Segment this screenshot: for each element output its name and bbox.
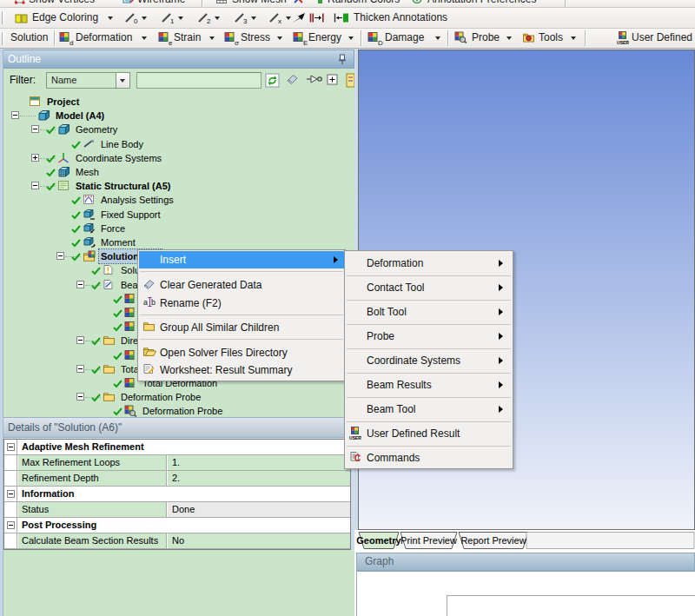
- tree-item-force[interactable]: Force: [0, 222, 354, 235]
- tree-item-moment[interactable]: Moment: [0, 235, 354, 249]
- toolbar-button-user-defined-res[interactable]: User Defined Res: [632, 29, 695, 47]
- tree-item-deformation-probe[interactable]: Deformation Probe: [0, 390, 354, 404]
- submenu-item-probe[interactable]: Probe: [346, 326, 512, 347]
- filter-mode-dropdown[interactable]: Name: [46, 72, 130, 89]
- chevron-down-icon[interactable]: [209, 36, 215, 40]
- toolbar-button-damage[interactable]: Damage: [385, 29, 424, 47]
- toolbar-button-deformation[interactable]: Deformation: [76, 29, 132, 47]
- tree-item-deformation-probe[interactable]: Deformation Probe: [0, 404, 354, 417]
- toolbar-button-probe[interactable]: Probe: [472, 29, 500, 47]
- context-menu-item-open-solver-files-directory[interactable]: Open Solver Files Directory: [139, 344, 344, 361]
- tree-expander-icon[interactable]: [76, 281, 84, 288]
- tree-item-analysis-settings[interactable]: Analysis Settings: [0, 193, 354, 207]
- submenu-item-beam-tool[interactable]: Beam Tool: [346, 399, 512, 420]
- tree-item-fixed-support[interactable]: Fixed Support: [0, 208, 354, 222]
- tree-item-label: Force: [101, 222, 125, 235]
- details-category-label: Post Processing: [18, 518, 350, 533]
- tree-item-line-body[interactable]: Line Body: [0, 137, 354, 151]
- submenu-item-bolt-tool[interactable]: Bolt Tool: [346, 301, 512, 322]
- submenu-item-deformation[interactable]: Deformation: [346, 253, 512, 274]
- context-menu-item-rename-f2[interactable]: abRename (F2): [139, 295, 344, 312]
- dropdown-button[interactable]: [116, 73, 129, 88]
- tree-item-geometry[interactable]: Geometry: [0, 123, 354, 136]
- chevron-down-icon[interactable]: [435, 36, 440, 40]
- force-icon: [83, 222, 96, 234]
- chevron-down-icon: [120, 79, 125, 83]
- toolbar-grip[interactable]: [2, 11, 4, 24]
- clear-filter-icon[interactable]: [286, 73, 301, 89]
- panel-resize-gutter[interactable]: [0, 50, 3, 616]
- tree-expander-icon[interactable]: [31, 182, 39, 189]
- tree-expander-icon[interactable]: [76, 365, 84, 373]
- tree-item-coordinate-systems[interactable]: Coordinate Systems: [0, 151, 354, 165]
- scoping-arrow-icon[interactable]: [292, 12, 307, 23]
- chevron-down-icon[interactable]: [348, 36, 354, 40]
- context-menu-item-insert[interactable]: Insert: [139, 251, 344, 268]
- tree-expander-icon[interactable]: [76, 336, 84, 344]
- submenu-item-contact-tool[interactable]: Contact Tool: [346, 277, 512, 298]
- chevron-down-icon[interactable]: [142, 17, 147, 20]
- details-property-value[interactable]: No: [168, 533, 350, 548]
- toolbar-grip[interactable]: [2, 32, 4, 45]
- tree-expander-icon[interactable]: [31, 154, 39, 162]
- toolbar-button-stress[interactable]: Stress: [241, 29, 270, 47]
- chevron-down-icon[interactable]: [215, 17, 220, 20]
- submenu-item-user-defined-result[interactable]: USERUser Defined Result: [346, 423, 512, 444]
- context-menu-item-worksheet-result-summary[interactable]: Worksheet: Result Summary: [139, 361, 344, 379]
- chevron-down-icon[interactable]: [571, 36, 576, 40]
- toolbar-button-random-colors[interactable]: Random Colors: [328, 0, 400, 8]
- context-menu-item-clear-generated-data[interactable]: Clear Generated Data: [139, 276, 344, 294]
- collapse-icon[interactable]: [7, 443, 15, 451]
- chevron-down-icon[interactable]: [506, 36, 512, 40]
- submenu-item-coordinate-systems[interactable]: Coordinate Systems: [346, 350, 512, 371]
- filter-text-input[interactable]: [136, 72, 261, 89]
- submenu-item-beam-results[interactable]: Beam Results: [346, 374, 512, 395]
- chevron-down-icon[interactable]: [251, 17, 256, 20]
- tree-item-label: Deformation Probe: [121, 390, 201, 404]
- toolbar-button-tools[interactable]: Tools: [539, 29, 563, 47]
- svg-text:a: a: [143, 298, 148, 307]
- result-probe-icon: [454, 31, 467, 43]
- context-menu-item-group-all-similar-children[interactable]: Group All Similar Children: [139, 319, 344, 336]
- toolbar-button-show-vertices[interactable]: Show Vertices: [29, 0, 95, 8]
- chevron-down-icon[interactable]: [286, 17, 291, 20]
- tree-expander-icon[interactable]: [11, 111, 19, 119]
- refresh-icon[interactable]: [265, 73, 281, 89]
- chevron-down-icon[interactable]: [277, 36, 282, 40]
- check-icon: [71, 239, 81, 248]
- toolbar-button-annotation-preferences[interactable]: Annotation Preferences: [427, 0, 536, 8]
- details-property-value[interactable]: Done: [168, 502, 350, 517]
- tree-item-mesh[interactable]: Mesh: [0, 165, 354, 179]
- chart-icon: [83, 194, 95, 205]
- tree-expander-icon[interactable]: [76, 393, 84, 401]
- tree-item-model-a4[interactable]: Model (A4): [0, 109, 354, 123]
- chevron-down-icon[interactable]: [108, 17, 113, 20]
- chevron-down-icon[interactable]: [178, 17, 183, 20]
- tree-expander-icon[interactable]: [31, 125, 39, 133]
- toolbar-button-edge-coloring[interactable]: Edge Coloring: [32, 8, 98, 27]
- tree-expander-icon[interactable]: [56, 252, 64, 260]
- pen-subscript: 1: [170, 17, 174, 25]
- flowchart-icon[interactable]: [306, 73, 321, 89]
- toolbar-button-show-mesh[interactable]: Show Mesh: [232, 0, 287, 8]
- submenu-arrow-icon: [499, 284, 503, 291]
- toolbar-button-energy[interactable]: Energy: [308, 29, 341, 47]
- toolbar-button-thicken-annotations[interactable]: Thicken Annotations: [354, 8, 447, 27]
- check-icon: [113, 309, 122, 318]
- max-annotation-icon[interactable]: [308, 12, 325, 23]
- toolbar-button-wireframe[interactable]: Wireframe: [137, 0, 185, 8]
- clipped-icon[interactable]: [346, 73, 354, 89]
- details-property-value[interactable]: 1.: [168, 455, 350, 470]
- tree-item-project[interactable]: Project: [0, 95, 354, 109]
- expand-all-icon[interactable]: [326, 73, 341, 89]
- details-property-value[interactable]: 2.: [168, 471, 350, 486]
- tree-item-static-structural-a5[interactable]: Static Structural (A5): [0, 179, 354, 193]
- toolbar-button-strain[interactable]: Strain: [174, 29, 201, 47]
- collapse-icon[interactable]: [7, 490, 15, 498]
- submenu-item-commands[interactable]: CCommands: [346, 447, 512, 468]
- collapse-icon[interactable]: [7, 521, 15, 529]
- details-row-adaptive-mesh-refinement: Adaptive Mesh Refinement: [4, 440, 350, 455]
- min-annotation-icon[interactable]: [334, 12, 350, 23]
- chevron-down-icon[interactable]: [142, 36, 147, 40]
- pin-icon[interactable]: [338, 54, 347, 65]
